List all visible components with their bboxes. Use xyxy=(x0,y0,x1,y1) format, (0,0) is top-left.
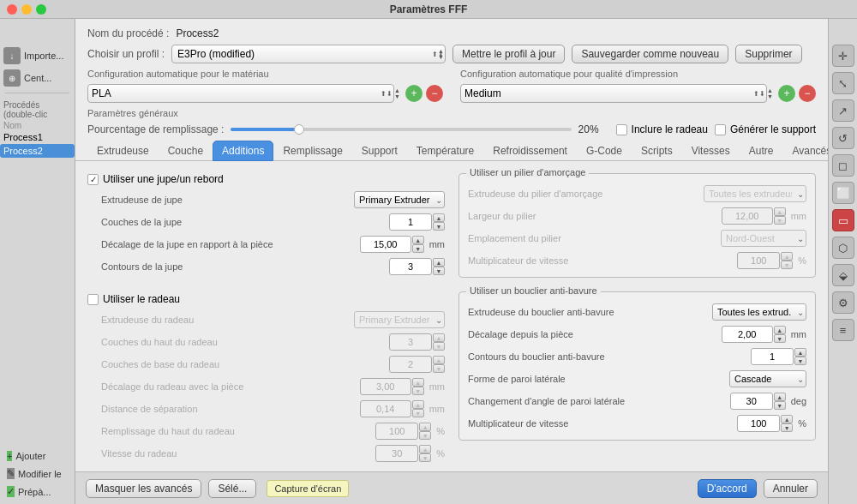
pilier-largeur-up[interactable]: ▲ xyxy=(774,207,786,216)
maximize-btn[interactable] xyxy=(36,4,46,15)
btn-add-qualite[interactable]: + xyxy=(778,85,795,102)
btn-update-profil[interactable]: Mettre le profil à jour xyxy=(452,45,565,63)
radeau-vitesse-down[interactable]: ▼ xyxy=(419,453,431,462)
btn-save-profil[interactable]: Sauvegarder comme nouveau xyxy=(572,45,728,63)
btn-add-materiau[interactable]: + xyxy=(405,85,423,102)
jupe-contours-up[interactable]: ▲ xyxy=(433,258,445,267)
btn-masquer[interactable]: Masquer les avancés xyxy=(86,479,201,498)
btn-selectionner[interactable]: Sélé... xyxy=(208,479,256,498)
minimize-btn[interactable] xyxy=(21,4,32,15)
config-qualite-select[interactable]: Medium xyxy=(460,84,767,103)
radeau-distance-input[interactable] xyxy=(360,400,411,417)
bouclier-contours-down[interactable]: ▼ xyxy=(794,357,806,365)
jupe-decalage-input[interactable] xyxy=(360,236,411,253)
tab-avances[interactable]: Avancés xyxy=(782,141,828,161)
radeau-couches-haut-up[interactable]: ▲ xyxy=(433,333,445,342)
rt-btn-cut[interactable]: ⬙ xyxy=(832,264,854,286)
radeau-distance-up[interactable]: ▲ xyxy=(412,400,424,409)
radeau-couches-haut-input[interactable] xyxy=(389,333,432,351)
tab-additions[interactable]: Additions xyxy=(213,141,273,161)
rt-btn-settings[interactable]: ⚙ xyxy=(832,291,854,314)
tab-couche[interactable]: Couche xyxy=(159,141,213,161)
radeau-remplissage-up[interactable]: ▲ xyxy=(419,423,431,431)
radeau-couches-base-up[interactable]: ▲ xyxy=(433,356,445,364)
btn-remove-materiau[interactable]: − xyxy=(426,85,443,102)
jupe-couches-down[interactable]: ▼ xyxy=(433,222,445,231)
bouclier-angle-up[interactable]: ▲ xyxy=(774,393,786,401)
process-item-2[interactable]: Process2 xyxy=(0,144,75,158)
rt-btn-view[interactable]: ⬜ xyxy=(832,182,854,204)
jupe-couches-input[interactable] xyxy=(389,213,432,231)
bouclier-multiplicateur-input[interactable] xyxy=(737,415,780,432)
radeau-decalage-up[interactable]: ▲ xyxy=(412,378,424,387)
bouclier-decalage-up[interactable]: ▲ xyxy=(774,326,786,334)
jupe-contours-down[interactable]: ▼ xyxy=(433,267,445,275)
jupe-decalage-up[interactable]: ▲ xyxy=(412,236,424,244)
jupe-checkbox[interactable] xyxy=(87,174,99,185)
sidebar-btn-preparer[interactable]: ✓ Prépà... xyxy=(3,484,71,499)
bouclier-extrudeuse-select[interactable]: Toutes les extrud. xyxy=(712,303,806,321)
jupe-contours-input[interactable] xyxy=(389,258,432,275)
tab-autre[interactable]: Autre xyxy=(740,141,783,161)
sidebar-btn-modifier[interactable]: ✎ Modifier le xyxy=(3,466,71,481)
radeau-distance-down[interactable]: ▼ xyxy=(412,409,424,417)
radeau-couches-base-down[interactable]: ▼ xyxy=(433,364,445,373)
tab-gcode[interactable]: G-Code xyxy=(577,141,632,161)
radeau-couches-haut-down[interactable]: ▼ xyxy=(433,342,445,351)
close-btn[interactable] xyxy=(7,4,17,15)
bouclier-contours-up[interactable]: ▲ xyxy=(794,348,806,357)
bouclier-contours-input[interactable] xyxy=(751,348,794,365)
radeau-vitesse-input[interactable] xyxy=(375,445,418,462)
inclure-radeau-checkbox[interactable] xyxy=(616,124,627,135)
sidebar-btn-ajouter[interactable]: + Ajouter xyxy=(3,449,71,463)
rt-btn-mesh[interactable]: ⬡ xyxy=(832,237,854,259)
pilier-largeur-input[interactable] xyxy=(722,207,773,225)
bouclier-angle-down[interactable]: ▼ xyxy=(774,401,786,410)
btn-annuler[interactable]: Annuler xyxy=(764,479,818,498)
jupe-extrudeuse-select[interactable]: Primary Extruder xyxy=(354,191,445,208)
pilier-multiplicateur-down[interactable]: ▼ xyxy=(781,261,793,269)
tab-extrudeuse[interactable]: Extrudeuse xyxy=(87,141,159,161)
radeau-couches-base-input[interactable] xyxy=(389,356,432,373)
btn-delete-profil[interactable]: Supprimer xyxy=(735,45,801,63)
sidebar-item-center[interactable]: ⊕ Cent... xyxy=(0,67,75,89)
rt-btn-scale[interactable]: ⤡ xyxy=(832,72,854,94)
radeau-remplissage-input[interactable] xyxy=(375,423,418,440)
btn-remove-qualite[interactable]: − xyxy=(799,85,816,102)
btn-accord[interactable]: D'accord xyxy=(698,479,757,498)
bouclier-multiplicateur-down[interactable]: ▼ xyxy=(781,423,793,432)
rt-btn-rotate[interactable]: ↺ xyxy=(832,127,854,149)
rt-btn-3d[interactable]: ◻ xyxy=(832,154,854,177)
rt-btn-add[interactable]: ✛ xyxy=(832,45,854,67)
radeau-decalage-down[interactable]: ▼ xyxy=(412,387,424,395)
config-materiau-select[interactable]: PLA xyxy=(87,84,394,103)
bouclier-decalage-input[interactable] xyxy=(722,326,773,343)
sidebar-item-importer[interactable]: ↓ Importe... xyxy=(0,45,75,67)
tab-remplissage[interactable]: Remplissage xyxy=(273,141,351,161)
pilier-multiplicateur-up[interactable]: ▲ xyxy=(781,252,793,261)
bouclier-decalage-down[interactable]: ▼ xyxy=(774,334,786,343)
radeau-extrudeuse-select[interactable]: Primary Extruder xyxy=(354,311,445,328)
rt-btn-menu[interactable]: ≡ xyxy=(832,319,854,341)
radeau-remplissage-down[interactable]: ▼ xyxy=(419,431,431,440)
radeau-decalage-input[interactable] xyxy=(360,378,411,395)
tab-vitesses[interactable]: Vitesses xyxy=(682,141,740,161)
bouclier-forme-select[interactable]: Cascade xyxy=(729,370,806,387)
jupe-couches-up[interactable]: ▲ xyxy=(433,213,445,222)
jupe-decalage-down[interactable]: ▼ xyxy=(412,244,424,253)
generer-support-checkbox[interactable] xyxy=(715,124,726,135)
bouclier-angle-input[interactable] xyxy=(730,393,773,410)
tab-scripts[interactable]: Scripts xyxy=(632,141,682,161)
rt-btn-support[interactable]: ▭ xyxy=(832,209,854,231)
radeau-vitesse-up[interactable]: ▲ xyxy=(419,445,431,453)
bouclier-multiplicateur-up[interactable]: ▲ xyxy=(781,415,793,423)
rt-btn-move[interactable]: ↗ xyxy=(832,99,854,122)
pilier-multiplicateur-input[interactable] xyxy=(737,252,780,269)
profil-select[interactable]: E3Pro (modified) xyxy=(171,45,446,63)
tab-refroidissement[interactable]: Refroidissement xyxy=(483,141,577,161)
pilier-largeur-down[interactable]: ▼ xyxy=(774,216,786,225)
tab-support[interactable]: Support xyxy=(352,141,407,161)
pilier-extrudeuse-select[interactable]: Toutes les extrudeuse xyxy=(704,185,806,202)
remplissage-slider-thumb[interactable] xyxy=(294,124,304,135)
process-item-1[interactable]: Process1 xyxy=(0,130,75,144)
